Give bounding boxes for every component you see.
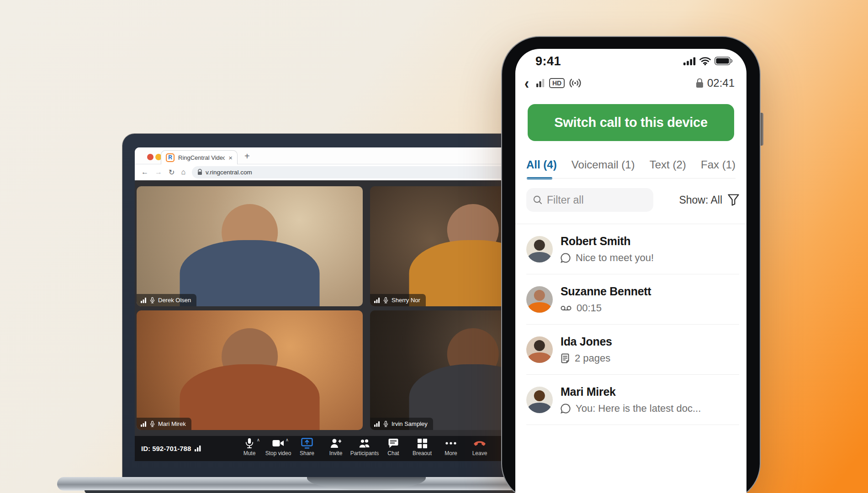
more-dots-icon [445,442,456,445]
audio-route-icon [569,79,582,88]
microphone-icon [150,297,155,304]
hd-badge: HD [549,78,565,89]
participant-name-tag: Mari Mirek [137,418,191,430]
control-label: Leave [472,450,487,456]
video-options-caret-icon[interactable]: ∧ [286,437,289,442]
meeting-id: ID: 592-701-788 [141,445,201,452]
more-button[interactable]: More [438,438,464,456]
participant-name: Derek Olsen [158,297,191,304]
switch-call-button[interactable]: Switch call to this device [528,104,734,141]
contact-name: Ida Jones [561,335,612,348]
window-close-button[interactable] [147,154,153,160]
message-preview: 00:15 [577,302,602,314]
show-filter[interactable]: Show: All [679,194,739,206]
message-tabs: All (4) Voicemail (1) Text (2) Fax (1) [526,158,736,179]
microphone-icon [150,421,155,427]
participant-name: Irvin Sampley [392,420,428,427]
avatar [526,336,553,363]
share-screen-icon [301,438,313,449]
ringcentral-favicon-icon: R [166,153,175,162]
show-filter-label: Show: All [679,194,722,206]
reload-icon[interactable]: ↻ [169,168,175,177]
leave-call-icon [474,441,486,446]
control-label: Invite [329,450,343,456]
tabs-divider [526,178,736,178]
message-row[interactable]: Suzanne Bennett 00:15 [515,274,746,325]
signal-bars-icon [374,421,380,427]
phone-screen: 9:41 ‹ HD 02:41 Switch call to this devi… [515,49,746,493]
invite-person-icon [330,438,341,448]
microphone-icon [383,297,388,304]
message-row[interactable]: Ida Jones 2 pages [515,325,746,375]
tab-fax[interactable]: Fax (1) [701,158,736,179]
back-chevron-icon[interactable]: ‹ [524,75,529,91]
home-icon[interactable]: ⌂ [181,168,185,176]
participant-name: Mari Mirek [158,420,186,427]
mute-button[interactable]: ∧ Mute [236,438,263,456]
cellular-signal-icon [683,57,696,65]
chat-button[interactable]: Chat [380,438,407,456]
browser-tab-title: RingCentral Video [178,154,225,161]
filter-row: Show: All [526,188,739,212]
message-row[interactable]: Mari Mirek You: Here is the latest doc..… [515,375,746,425]
filter-funnel-icon[interactable] [728,194,739,206]
meeting-controls: ∧ Mute ∧ Stop video Share Invite [236,438,493,456]
call-status-bar: ‹ HD 02:41 [524,75,735,91]
lock-icon [696,78,704,88]
signal-bars-icon [374,298,380,303]
filter-input[interactable] [547,194,638,206]
breakout-button[interactable]: Breaout [409,438,435,456]
search-icon [533,195,542,205]
participants-icon [359,438,370,448]
chat-bubble-icon [561,253,571,263]
video-tile: Mari Mirek [137,310,363,430]
status-time: 9:41 [535,54,561,68]
chat-icon [388,438,398,448]
avatar [526,236,553,262]
status-icons [683,57,733,65]
new-tab-button[interactable]: + [244,151,250,162]
control-label: Stop video [265,450,291,456]
fax-pages-icon [561,353,570,363]
signal-bars-icon [141,421,147,427]
participant-silhouette [137,310,363,430]
signal-bars-icon [141,298,147,303]
participant-name: Sherry Nor [392,297,420,304]
meeting-id-label: ID: 592-701-788 [141,445,191,452]
breakout-grid-icon [418,439,427,448]
control-label: Mute [243,450,256,456]
tab-close-icon[interactable]: × [228,154,233,161]
call-duration: 02:41 [707,77,735,89]
tab-all[interactable]: All (4) [526,158,557,179]
battery-icon [715,57,733,65]
control-label: More [445,450,457,456]
message-preview: 2 pages [575,352,610,364]
stop-video-button[interactable]: ∧ Stop video [265,438,291,456]
voicemail-icon [561,305,572,311]
url-text: v.ringcentral.com [206,169,252,176]
participant-silhouette [137,186,363,306]
lock-icon [197,169,202,175]
invite-button[interactable]: Invite [323,438,349,456]
microphone-icon [245,438,254,449]
back-icon[interactable]: ← [141,168,148,176]
filter-search-field[interactable] [526,188,653,212]
chat-bubble-icon [561,404,571,414]
browser-tab[interactable]: R RingCentral Video × [161,150,238,164]
tab-text[interactable]: Text (2) [650,158,686,179]
contact-name: Robert Smith [561,235,654,248]
participant-name-tag: Sherry Nor [370,294,426,306]
call-signal-icon [536,79,545,87]
message-preview: Nice to meet you! [576,252,654,264]
participant-name-tag: Irvin Sampley [370,418,433,430]
share-button[interactable]: Share [294,438,320,456]
avatar [526,286,553,313]
forward-icon[interactable]: → [155,168,162,176]
leave-button[interactable]: Leave [466,438,493,456]
participants-button[interactable]: Participants [351,438,378,456]
connection-signal-icon [195,446,201,451]
message-row[interactable]: Robert Smith Nice to meet you! [515,224,746,274]
tab-voicemail[interactable]: Voicemail (1) [572,158,635,179]
microphone-icon [383,421,388,427]
mute-options-caret-icon[interactable]: ∧ [257,437,260,442]
